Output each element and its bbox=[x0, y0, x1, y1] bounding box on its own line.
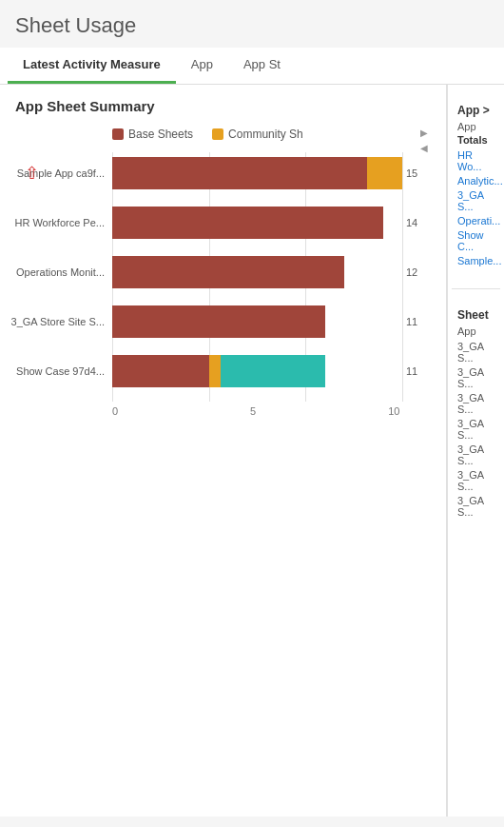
bar-label-2: Operations Monit... bbox=[8, 266, 112, 278]
list-item: 3_GA S... bbox=[457, 189, 494, 212]
bar-segment-base-1 bbox=[112, 207, 383, 239]
tabs-bar: Latest Activity Measure App App St bbox=[0, 48, 504, 85]
tab-app-st[interactable]: App St bbox=[228, 48, 296, 84]
legend-community-sh-color bbox=[212, 128, 223, 140]
table-row: 3_GA Store Site S... 11 bbox=[8, 301, 431, 343]
bar-segment-base-3 bbox=[112, 305, 325, 338]
right-app-section: App > App Totals HR Wo... Analytic... 3_… bbox=[452, 94, 500, 279]
legend-community-sh-label: Community Sh bbox=[228, 128, 303, 141]
list-item: 3_GA S... bbox=[457, 418, 494, 441]
list-item: Analytic... bbox=[457, 175, 494, 187]
right-app-col-header: App bbox=[457, 121, 494, 132]
bar-value-3: 11 bbox=[406, 316, 417, 327]
bar-container-4: 11 bbox=[112, 350, 431, 392]
tab-latest-activity[interactable]: Latest Activity Measure bbox=[8, 48, 176, 84]
left-panel: App Sheet Summary Base Sheets Community … bbox=[0, 85, 447, 817]
list-item: Sample... bbox=[457, 255, 494, 266]
list-item: 3_GA S... bbox=[457, 469, 494, 492]
table-row: Show Case 97d4... 11 bbox=[8, 350, 431, 392]
chart-rows: ⇧ Sample App ca9f... 15 bbox=[8, 152, 431, 400]
bar-segment-base-0 bbox=[112, 157, 367, 189]
x-tick-0: 0 bbox=[112, 405, 118, 417]
bar-container-2: 12 bbox=[112, 251, 431, 293]
legend-base-sheets-color bbox=[112, 128, 124, 140]
bar-container-3: 11 bbox=[112, 301, 431, 343]
bar-label-1: HR Workforce Pe... bbox=[8, 217, 112, 228]
app-sheet-summary-title: App Sheet Summary bbox=[0, 85, 446, 118]
page-title: Sheet Usage bbox=[0, 0, 504, 48]
list-item: Show C... bbox=[457, 229, 494, 252]
legend-community-sh: Community Sh bbox=[212, 128, 303, 141]
bar-value-4: 11 bbox=[406, 365, 417, 377]
tab-app[interactable]: App bbox=[176, 48, 228, 84]
right-app-title: App > bbox=[457, 104, 494, 117]
list-item: 3_GA S... bbox=[457, 341, 494, 364]
x-tick-10: 10 bbox=[388, 405, 399, 417]
legend-nav: ▶ ◀ bbox=[417, 126, 431, 154]
table-row: HR Workforce Pe... 14 bbox=[8, 202, 431, 244]
list-item: Operati... bbox=[457, 215, 494, 226]
bar-label-3: 3_GA Store Site S... bbox=[8, 316, 112, 327]
right-sheet-title: Sheet bbox=[457, 308, 494, 322]
table-row: Operations Monit... 12 bbox=[8, 251, 431, 293]
list-item: 3_GA S... bbox=[457, 392, 494, 415]
legend-base-sheets: Base Sheets bbox=[112, 128, 193, 141]
nav-forward-icon[interactable]: ▶ bbox=[417, 126, 431, 139]
bar-segment-community-4 bbox=[209, 355, 221, 387]
bar-segment-community-0 bbox=[367, 157, 402, 189]
right-sheet-section: Sheet App 3_GA S... 3_GA S... 3_GA S... … bbox=[452, 299, 500, 530]
bar-segment-teal-4 bbox=[221, 355, 325, 387]
right-panel: App > App Totals HR Wo... Analytic... 3_… bbox=[447, 85, 504, 817]
bar-value-2: 12 bbox=[406, 266, 417, 278]
bar-segment-base-2 bbox=[112, 256, 344, 288]
bar-container-0: 15 bbox=[112, 152, 431, 194]
bar-value-0: 15 bbox=[406, 167, 417, 179]
bar-label-0: ⇧ Sample App ca9f... bbox=[8, 167, 112, 179]
bar-value-1: 14 bbox=[406, 217, 417, 228]
legend-base-sheets-label: Base Sheets bbox=[128, 128, 193, 141]
list-item: 3_GA S... bbox=[457, 366, 494, 389]
list-item: HR Wo... bbox=[457, 149, 494, 172]
bar-container-1: 14 bbox=[112, 202, 431, 244]
bar-label-4: Show Case 97d4... bbox=[8, 365, 112, 377]
right-totals-label: Totals bbox=[457, 134, 494, 146]
x-tick-5: 5 bbox=[250, 405, 256, 417]
list-item: 3_GA S... bbox=[457, 443, 494, 466]
arrow-indicator: ⇧ bbox=[25, 165, 39, 182]
panel-divider bbox=[452, 288, 500, 289]
table-row: ⇧ Sample App ca9f... 15 bbox=[8, 152, 431, 194]
right-sheet-col-header: App bbox=[457, 325, 494, 337]
bar-segment-base-4 bbox=[112, 355, 209, 387]
list-item: 3_GA S... bbox=[457, 495, 494, 518]
